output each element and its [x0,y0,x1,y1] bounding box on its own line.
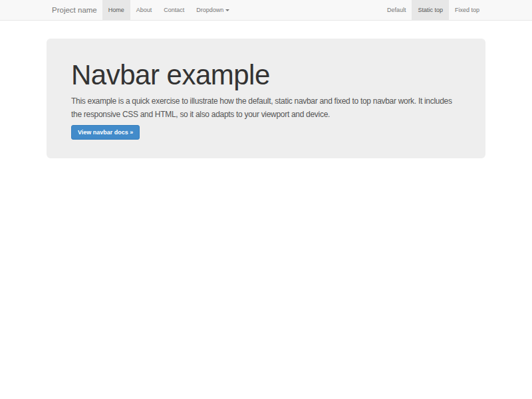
nav-item-home[interactable]: Home [102,0,130,20]
navbar-left-nav: Home About Contact Dropdown [102,0,236,20]
navbar-right-nav: Default Static top Fixed top [381,0,485,20]
nav-item-contact[interactable]: Contact [158,0,190,20]
view-navbar-docs-button[interactable]: View navbar docs » [71,125,140,140]
caret-down-icon [225,9,229,11]
page-title: Navbar example [71,60,461,90]
navbar: Project name Home About Contact Dropdown… [0,0,532,21]
jumbotron-description: This example is a quick exercise to illu… [71,94,461,121]
nav-item-default[interactable]: Default [381,0,412,20]
nav-item-dropdown[interactable]: Dropdown [190,0,235,20]
nav-item-fixed-top[interactable]: Fixed top [449,0,485,20]
navbar-brand[interactable]: Project name [47,0,102,20]
jumbotron: Navbar example This example is a quick e… [47,39,485,158]
navbar-container: Project name Home About Contact Dropdown… [47,0,485,20]
nav-item-static-top[interactable]: Static top [412,0,449,20]
nav-item-about[interactable]: About [130,0,158,20]
main-content: Navbar example This example is a quick e… [0,39,532,158]
nav-item-dropdown-label: Dropdown [196,7,223,13]
